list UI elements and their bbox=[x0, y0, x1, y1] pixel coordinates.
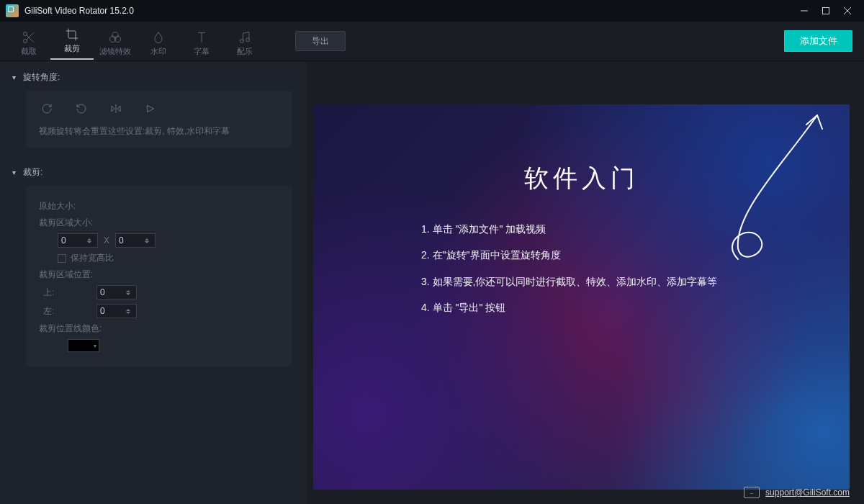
arrow-illustration-icon bbox=[698, 104, 842, 277]
welcome-canvas: 软件入门 1. 单击 "添加文件" 加载视频 2. 在"旋转"界面中设置旋转角度… bbox=[313, 104, 850, 490]
crop-area-pos-label: 裁剪区域位置: bbox=[39, 269, 93, 281]
tool-filter[interactable]: 滤镜特效 bbox=[94, 26, 137, 57]
keep-aspect-checkbox[interactable] bbox=[58, 254, 66, 263]
tool-cut[interactable]: 截取 bbox=[7, 26, 50, 57]
svg-marker-17 bbox=[147, 105, 153, 112]
size-separator: X bbox=[104, 235, 109, 246]
window-title: GiliSoft Video Rotator 15.2.0 bbox=[24, 6, 793, 16]
svg-marker-15 bbox=[112, 106, 114, 112]
app-logo-icon bbox=[6, 4, 19, 17]
footer: support@GiliSoft.com bbox=[744, 487, 850, 498]
pos-top-label: 上: bbox=[39, 287, 96, 299]
scissors-icon bbox=[7, 29, 50, 46]
filter-icon bbox=[94, 29, 137, 46]
crop-section-toggle[interactable]: ▾ 裁剪: bbox=[0, 156, 306, 186]
tool-watermark[interactable]: 水印 bbox=[137, 26, 180, 57]
watermark-icon bbox=[137, 29, 180, 46]
support-email-link[interactable]: support@GiliSoft.com bbox=[765, 487, 850, 498]
tool-filter-label: 滤镜特效 bbox=[94, 46, 137, 57]
tool-watermark-label: 水印 bbox=[137, 46, 180, 57]
svg-point-5 bbox=[24, 39, 27, 42]
title-bar: GiliSoft Video Rotator 15.2.0 bbox=[0, 0, 864, 22]
welcome-heading: 软件入门 bbox=[313, 162, 850, 195]
tool-subtitle[interactable]: 字幕 bbox=[180, 26, 223, 57]
step-2: 2. 在"旋转"界面中设置旋转角度 bbox=[421, 242, 821, 268]
maximize-button[interactable] bbox=[815, 0, 837, 22]
tool-crop-label: 裁剪 bbox=[50, 43, 94, 54]
crop-section-label: 裁剪: bbox=[23, 166, 42, 179]
subtitle-icon bbox=[180, 29, 223, 46]
original-size-label: 原始大小: bbox=[39, 200, 76, 212]
tool-music-label: 配乐 bbox=[223, 46, 266, 57]
svg-marker-16 bbox=[117, 106, 120, 112]
minimize-button[interactable] bbox=[793, 0, 815, 22]
export-button[interactable]: 导出 bbox=[295, 31, 346, 51]
rotate-section-label: 旋转角度: bbox=[23, 71, 60, 84]
rotate-ccw-button[interactable] bbox=[73, 101, 89, 117]
pos-left-label: 左: bbox=[39, 305, 96, 318]
tool-subtitle-label: 字幕 bbox=[180, 46, 223, 57]
chevron-down-icon: ▾ bbox=[10, 73, 17, 81]
settings-sidebar: ▾ 旋转角度: 视频旋转将会重置这些设置:裁剪, 特效,水印和字幕 ▾ 裁剪: … bbox=[0, 61, 306, 504]
add-file-button[interactable]: 添加文件 bbox=[784, 30, 852, 52]
crop-area-size-label: 裁剪区域大小: bbox=[39, 217, 93, 229]
flip-horizontal-button[interactable] bbox=[108, 101, 124, 117]
chevron-down-icon: ▾ bbox=[10, 168, 17, 176]
crop-width-input[interactable]: 0 bbox=[58, 233, 98, 248]
flip-vertical-button[interactable] bbox=[143, 101, 158, 117]
step-3: 3. 如果需要,你还可以同时进行截取、特效、添加水印、添加字幕等 bbox=[421, 269, 821, 294]
crop-height-input[interactable]: 0 bbox=[115, 233, 156, 248]
music-icon bbox=[223, 29, 266, 46]
preview-area: 软件入门 1. 单击 "添加文件" 加载视频 2. 在"旋转"界面中设置旋转角度… bbox=[306, 61, 864, 504]
crop-icon bbox=[50, 26, 94, 43]
rotate-panel: 视频旋转将会重置这些设置:裁剪, 特效,水印和字幕 bbox=[26, 91, 292, 148]
pos-left-input[interactable]: 0 bbox=[96, 304, 137, 318]
crop-panel: 原始大小: 裁剪区域大小: 0 X 0 保持宽高比 裁剪区域位置: 上: 0 左… bbox=[26, 186, 292, 366]
dropdown-icon: ▾ bbox=[91, 343, 99, 349]
tool-crop[interactable]: 裁剪 bbox=[50, 23, 94, 60]
tool-cut-label: 截取 bbox=[7, 46, 50, 57]
mail-icon bbox=[744, 487, 760, 498]
svg-rect-1 bbox=[823, 8, 829, 14]
welcome-steps: 1. 单击 "添加文件" 加载视频 2. 在"旋转"界面中设置旋转角度 3. 如… bbox=[421, 216, 821, 321]
pos-top-input[interactable]: 0 bbox=[96, 285, 137, 300]
rotate-cw-button[interactable] bbox=[39, 101, 55, 117]
rotate-section-toggle[interactable]: ▾ 旋转角度: bbox=[0, 61, 306, 91]
step-1: 1. 单击 "添加文件" 加载视频 bbox=[421, 216, 821, 242]
svg-point-4 bbox=[24, 32, 27, 35]
tool-music[interactable]: 配乐 bbox=[223, 26, 266, 57]
close-button[interactable] bbox=[837, 0, 858, 22]
step-4: 4. 单击 "导出" 按钮 bbox=[421, 294, 821, 320]
line-color-picker[interactable]: ▾ bbox=[68, 339, 99, 352]
keep-aspect-label: 保持宽高比 bbox=[71, 252, 114, 264]
line-color-label: 裁剪位置线颜色: bbox=[39, 323, 102, 335]
rotate-hint-text: 视频旋转将会重置这些设置:裁剪, 特效,水印和字幕 bbox=[39, 125, 279, 138]
main-toolbar: 截取 裁剪 滤镜特效 水印 字幕 配乐 导出 添加文件 bbox=[0, 22, 864, 61]
